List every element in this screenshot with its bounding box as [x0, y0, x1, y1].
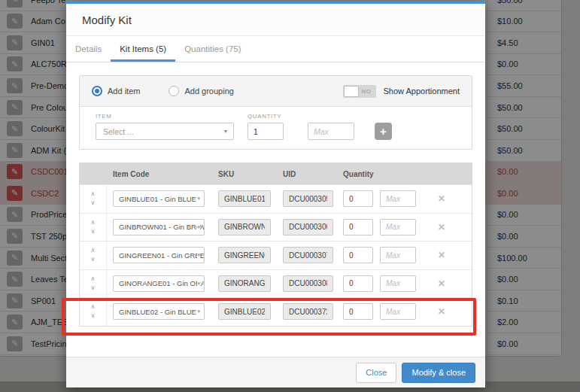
radio-add-grouping[interactable]: Add grouping [169, 86, 233, 96]
max-input[interactable] [380, 190, 416, 207]
chevron-down-icon: ▾ [197, 308, 200, 315]
quantity-input[interactable] [343, 247, 373, 263]
item-field-group: ITEM Select ... ▾ [96, 113, 234, 140]
kit-items-rows: ∧ ∨ GINBLUE01 - Gin BLUE ▾ ✕ [80, 184, 472, 326]
item-code-select[interactable]: GINBROWN01 - Gin BROWN ▾ [113, 219, 205, 236]
item-code-select-value: GINBLUE01 - Gin BLUE [119, 195, 196, 203]
apportionment-toggle-group: NO Show Apportionment [343, 85, 460, 98]
uid-input[interactable] [283, 190, 333, 207]
move-up-icon[interactable]: ∧ [88, 190, 99, 199]
add-item-panel: Add item Add grouping NO Show Apportionm… [79, 75, 472, 150]
uid-input[interactable] [283, 275, 333, 292]
item-code-select-value: GINBLUE02 - Gin BLUE [119, 308, 196, 316]
remove-item-icon[interactable]: ✕ [436, 250, 448, 260]
radio-add-item[interactable]: Add item [92, 86, 140, 96]
move-down-icon[interactable]: ∨ [88, 227, 99, 236]
header-sku: SKU [218, 170, 271, 178]
apportionment-toggle[interactable]: NO [343, 85, 376, 98]
toggle-state-label: NO [361, 88, 371, 95]
move-down-icon[interactable]: ∨ [88, 284, 99, 293]
kit-item-row: ∧ ∨ GINBLUE01 - Gin BLUE ▾ ✕ [80, 184, 472, 213]
chevron-down-icon: ▾ [197, 252, 200, 258]
quantity-input[interactable] [343, 303, 373, 320]
sku-input[interactable] [218, 190, 271, 207]
max-field[interactable] [308, 123, 354, 140]
close-button[interactable]: Close [356, 363, 396, 383]
uid-input[interactable] [283, 303, 333, 320]
remove-item-icon[interactable]: ✕ [436, 222, 448, 232]
screen: ✎ Peepo Te $50.00 ✎ Adam Co $10.00 ✎ GIN… [0, 0, 580, 392]
quantity-input[interactable] [343, 219, 373, 236]
quantity-field-group: QUANTITY [247, 113, 284, 140]
max-input[interactable] [380, 247, 416, 263]
item-code-select[interactable]: GINBLUE01 - Gin BLUE ▾ [113, 190, 205, 207]
uid-input[interactable] [283, 247, 333, 263]
sku-input[interactable] [218, 219, 271, 236]
item-code-select[interactable]: GINBLUE02 - Gin BLUE ▾ [113, 303, 205, 320]
quantity-input[interactable] [343, 275, 373, 292]
toggle-knob[interactable] [344, 86, 359, 97]
modal-header: Modify Kit [66, 4, 485, 36]
move-down-icon[interactable]: ∨ [88, 199, 99, 208]
quantity-field[interactable] [247, 123, 284, 140]
move-down-icon[interactable]: ∨ [88, 255, 99, 264]
chevron-down-icon: ▾ [197, 196, 200, 202]
radio-add-item-label: Add item [108, 87, 140, 96]
modal-tabs: Details Kit Items (5) Quantities (75) [66, 36, 485, 62]
move-up-icon[interactable]: ∧ [88, 302, 99, 311]
add-kit-item-button[interactable]: + [375, 123, 392, 140]
uid-input[interactable] [283, 219, 333, 236]
max-input[interactable] [380, 219, 416, 236]
max-input[interactable] [380, 303, 416, 320]
max-input[interactable] [380, 275, 416, 292]
tab-quantities[interactable]: Quantities (75) [175, 36, 250, 62]
item-code-select[interactable]: GINGREEN01 - Gin GREEN ▾ [113, 247, 205, 263]
reorder-cell: ∧ ∨ [80, 214, 107, 242]
kit-item-row: ∧ ∨ GINORANGE01 - Gin ORA... ▾ ✕ [80, 269, 472, 298]
kit-item-row: ∧ ∨ GINGREEN01 - Gin GREEN ▾ ✕ [80, 241, 472, 269]
chevron-down-icon: ▾ [197, 281, 200, 287]
plus-icon: + [380, 126, 387, 137]
tab-details[interactable]: Details [66, 36, 111, 62]
sku-input[interactable] [218, 275, 271, 292]
radio-unselected-icon[interactable] [169, 86, 179, 96]
item-code-select-value: GINORANGE01 - Gin ORA... [119, 279, 205, 287]
radio-selected-icon[interactable] [92, 86, 102, 96]
quantity-field-label: QUANTITY [247, 113, 284, 120]
header-uid: UID [283, 170, 333, 178]
radio-add-grouping-label: Add grouping [184, 87, 233, 96]
quantity-input[interactable] [343, 190, 373, 207]
kit-items-table: Item Code SKU UID Quantity ∧ ∨ GINBLUE01… [79, 163, 472, 327]
toggle-caption: Show Apportionment [383, 87, 460, 96]
page-title: Modify Kit [82, 14, 469, 26]
item-code-select[interactable]: GINORANGE01 - Gin ORA... ▾ [113, 275, 205, 292]
tab-kit-items[interactable]: Kit Items (5) [111, 36, 175, 62]
modal-footer: Close Modify & close [66, 357, 485, 387]
remove-item-icon[interactable]: ✕ [436, 306, 448, 317]
item-select-value: Select ... [103, 127, 134, 136]
sku-input[interactable] [218, 247, 271, 263]
remove-item-icon[interactable]: ✕ [436, 278, 448, 289]
modify-and-close-button[interactable]: Modify & close [402, 363, 475, 383]
reorder-cell: ∧ ∨ [80, 298, 107, 326]
add-item-panel-header: Add item Add grouping NO Show Apportionm… [80, 76, 472, 107]
chevron-down-icon: ▾ [197, 224, 200, 230]
item-field-label: ITEM [96, 113, 234, 120]
kit-item-row: ∧ ∨ GINBROWN01 - Gin BROWN ▾ ✕ [80, 213, 472, 242]
chevron-down-icon: ▾ [224, 128, 227, 135]
modal-body: Add item Add grouping NO Show Apportionm… [66, 62, 485, 339]
remove-item-icon[interactable]: ✕ [436, 193, 448, 204]
move-up-icon[interactable]: ∧ [88, 275, 99, 284]
move-up-icon[interactable]: ∧ [88, 218, 99, 227]
item-select[interactable]: Select ... ▾ [96, 123, 234, 140]
reorder-cell: ∧ ∨ [80, 270, 107, 298]
sku-input[interactable] [218, 303, 271, 320]
kit-items-table-header: Item Code SKU UID Quantity [80, 163, 472, 184]
reorder-cell: ∧ ∨ [80, 242, 107, 269]
move-down-icon[interactable]: ∨ [88, 311, 99, 321]
kit-item-row: ∧ ∨ GINBLUE02 - Gin BLUE ▾ ✕ [80, 297, 472, 326]
move-up-icon[interactable]: ∧ [88, 246, 99, 255]
item-code-select-value: GINBROWN01 - Gin BROWN [119, 223, 205, 231]
header-item-code: Item Code [113, 170, 205, 178]
add-item-form: ITEM Select ... ▾ QUANTITY + [80, 107, 472, 149]
